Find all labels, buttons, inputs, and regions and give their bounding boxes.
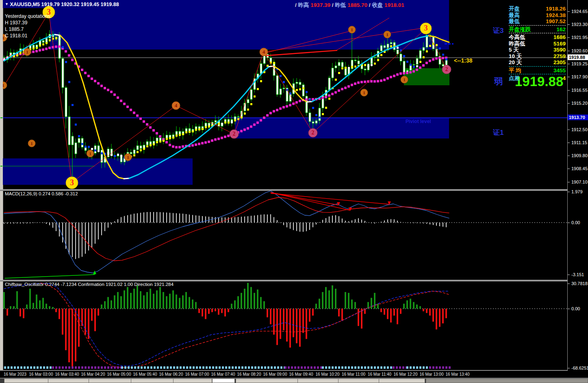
stat-value: 162 [556,26,566,33]
bottom-strip-divider [173,379,174,383]
oscillator-title: Chifbaw_Oscillator 0.2744 -7.1234 Confir… [5,282,174,287]
svg-text:3: 3 [424,24,428,32]
price-tick-label: 1915.20 [571,101,588,106]
svg-text:2: 2 [312,130,315,136]
price-tick-label: 1912.50 [571,127,588,132]
price-tick [568,11,570,12]
price-tick-label: 1911.15 [571,140,587,145]
prev-quote-value: 1918.01 [384,2,404,8]
indicator-axis-tick [568,275,570,275]
indicator-axis-label: 0.00 [571,220,580,225]
yesterday-line: C 1918.01 [5,32,52,39]
indicator-axis-label: 30.7818 [571,281,588,286]
svg-text:1: 1 [89,151,91,156]
stat-value: 5169 [553,41,566,47]
time-label: 16 Mar 10:20 [312,372,343,377]
svg-text:1: 1 [127,155,129,160]
stat-label: 今高低 [509,34,525,41]
stat-label: 20 天 [509,59,522,66]
stat-row: 20 天2305 [509,59,566,66]
svg-text:2: 2 [233,131,236,137]
indicator-axis-label: 1.979 [571,189,583,194]
candles [3,29,447,180]
yesterday-line: L 1885.7 [5,26,52,32]
indicator-axis-tick [568,223,570,223]
price-tick [568,51,570,51]
prev-day-quotes: / 昨高 1937.39 / 昨低 1885.70 / 收盘 1918.01 [295,2,404,9]
stat-separator [509,74,566,74]
stat-label: 最低 [509,18,520,25]
time-label: 16 Mar 09:00 [260,372,290,377]
time-label: 16 Mar 04:20 [78,372,108,377]
stat-separator [509,25,566,26]
stat-label: 最高 [509,12,520,19]
pivot-price-label: 1913.70 [568,115,588,120]
price-tick [568,143,570,143]
time-label: 16 Mar 07:40 [208,372,238,377]
svg-text:4: 4 [175,102,178,108]
price-tick-label: 1917.90 [571,74,588,79]
time-label: 16 Mar 11:40 [365,372,395,377]
bottom-strip-segment[interactable] [4,379,212,383]
bottom-strip-segment[interactable] [212,379,235,383]
symbol-dropdown-icon[interactable]: ▼ [5,2,9,6]
stat-row: 最低1907.52 [509,18,566,25]
stat-row: 5 天3590 [509,47,566,53]
stat-label: 点差 [509,75,520,82]
indicator-axis-label: -68.6251 [571,366,588,370]
yesterday-line: H 1937.39 [5,19,52,26]
stat-label: 开盘涨跌 [509,26,531,33]
svg-text:1: 1 [363,90,365,95]
left-edge-mark-2 [0,166,2,167]
stat-value: 2759 [553,53,566,60]
bottom-window-strip[interactable] [0,379,588,383]
stat-row: 10 天2759 [509,53,566,60]
indicator-axis-tick [568,368,570,368]
buy-arrow-icon [93,270,96,274]
price-tick [568,64,570,64]
oscillator-panel[interactable] [3,281,568,370]
price-tick-label: 1919.25 [571,61,588,66]
price-tick-label: 1908.45 [571,166,588,171]
time-label: 16 Mar 13:40 [443,372,473,377]
time-label: 16 Mar 09:40 [286,372,316,377]
bottom-strip-divider [131,379,131,383]
price-tick [568,130,570,130]
bottom-strip-segment[interactable] [236,379,425,383]
mt4-chart-window: 333442221111111111 ▼ XAUUSD,M5 1919.79 1… [0,0,588,383]
price-tick [568,182,570,182]
stat-row: 昨高低5169 [509,41,566,47]
prev-quote-value: 1885.70 [347,2,369,8]
stat-value: 1686 [553,34,566,41]
bottom-strip-segment[interactable] [426,379,588,383]
left-edge-mark-1 [0,117,2,118]
stat-label: 昨高低 [509,41,525,47]
time-label: 16 Mar 08:20 [234,372,264,377]
time-axis[interactable]: 16 Mar 202316 Mar 03:0016 Mar 03:4016 Ma… [0,371,588,378]
price-tick [568,90,570,91]
price-tick-label: 1920.60 [571,48,588,53]
time-label: 16 Mar 06:20 [156,372,186,377]
zone-label-bottom: 证1 [493,128,503,137]
symbol-ohlc-text: XAUUSD,M5 1919.79 1920.32 1919.45 1919.8… [10,2,119,7]
stat-row: 开盘涨跌162 [509,26,566,33]
macd-panel[interactable] [3,190,568,280]
svg-text:1: 1 [351,27,353,32]
yesterday-title: Yesterday quotations: [5,13,52,19]
stat-value: 1924.38 [546,12,566,19]
indicator-axis-tick [568,309,570,309]
price-tick-label: 1921.95 [571,35,588,40]
price-axis[interactable]: 1924.651923.301921.951920.601919.251917.… [567,0,588,378]
stat-value: 3590 [553,47,566,53]
indicator-axis-label: 0.00 [571,306,580,311]
stat-label: 平 均 [509,67,521,74]
stat-row: 今高低1686 [509,34,566,41]
indicator-axis-label: -3.151 [571,272,584,277]
macd-signal-fan [271,193,391,211]
main-chart[interactable]: 333442221111111111 [3,0,568,189]
level-lines [3,58,567,166]
weak-label: 弱 [494,76,503,87]
price-tick [568,37,570,38]
stat-row: 平 均3455 [509,67,566,74]
stat-row: 开盘1918.26 [509,6,566,12]
